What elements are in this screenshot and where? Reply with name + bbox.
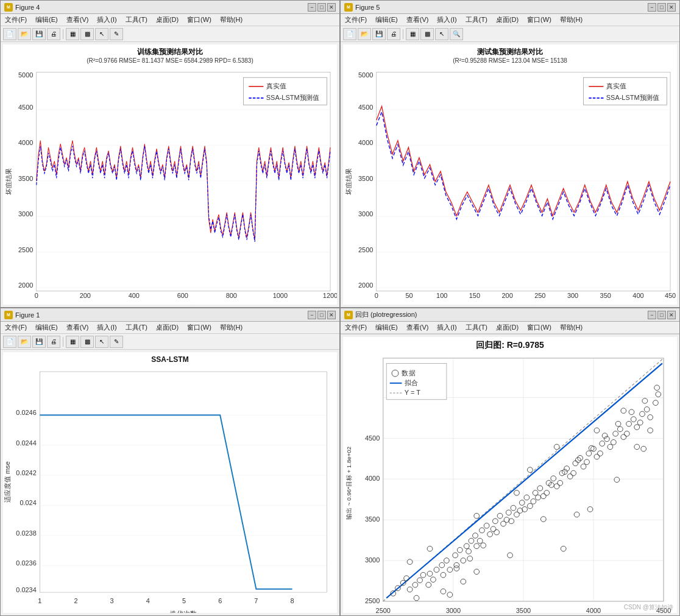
menu-edit-fig4[interactable]: 编辑(E) <box>34 15 60 24</box>
svg-text:迭代次数: 迭代次数 <box>170 609 197 613</box>
figure5-subtitle: (R²=0.95288 RMSE= 123.04 MSE= 15138 <box>343 57 677 65</box>
figure1-titlebar: M Figure 1 − □ ✕ <box>1 308 339 322</box>
menu-view-reg[interactable]: 查看(V) <box>405 323 431 332</box>
svg-text:0.024: 0.024 <box>19 499 36 506</box>
menu-insert-reg[interactable]: 插入(I) <box>435 323 458 332</box>
svg-text:400: 400 <box>129 292 140 299</box>
regression-title: 回归 (plotregression) <box>355 310 417 319</box>
menu-insert-fig4[interactable]: 插入(I) <box>95 15 118 24</box>
toolbar-new-fig4[interactable]: 📄 <box>3 28 16 40</box>
menu-help-fig5[interactable]: 帮助(H) <box>558 15 584 24</box>
menu-view-fig5[interactable]: 查看(V) <box>405 15 431 24</box>
menu-edit-reg[interactable]: 编辑(E) <box>374 323 400 332</box>
svg-text:坏疽结果: 坏疽结果 <box>345 168 352 196</box>
figure4-menubar: 文件(F) 编辑(E) 查看(V) 插入(I) 工具(T) 桌面(D) 窗口(W… <box>1 14 339 26</box>
minimize-btn-fig4[interactable]: − <box>308 3 316 12</box>
menu-help-reg[interactable]: 帮助(H) <box>558 323 584 332</box>
menu-tools-fig5[interactable]: 工具(T) <box>464 15 489 24</box>
svg-text:3: 3 <box>110 597 114 604</box>
figure1-title: Figure 1 <box>15 311 40 319</box>
toolbar-btn3-fig4[interactable]: ↖ <box>95 28 108 40</box>
minimize-btn-fig1[interactable]: − <box>308 311 316 319</box>
figure4-title: Figure 4 <box>15 4 40 11</box>
close-btn-fig4[interactable]: ✕ <box>327 3 336 12</box>
menu-insert-fig1[interactable]: 插入(I) <box>95 323 118 332</box>
regression-plotarea: 回归图: R=0.9785 2500 30 <box>343 337 677 613</box>
figure1-window: M Figure 1 − □ ✕ 文件(F) 编辑(E) 查看(V) 插入(I)… <box>0 308 340 616</box>
menu-view-fig4[interactable]: 查看(V) <box>65 15 91 24</box>
maximize-btn-reg[interactable]: □ <box>657 311 666 319</box>
menu-help-fig1[interactable]: 帮助(H) <box>218 323 244 332</box>
svg-text:4000: 4000 <box>586 607 601 613</box>
toolbar-save-fig5[interactable]: 💾 <box>372 28 386 40</box>
toolbar-btn1-fig4[interactable]: ▦ <box>66 28 79 40</box>
menu-edit-fig1[interactable]: 编辑(E) <box>34 323 60 332</box>
maximize-btn-fig1[interactable]: □ <box>317 311 326 319</box>
svg-text:SSA-LSTM预测值: SSA-LSTM预测值 <box>266 94 319 101</box>
menu-view-fig1[interactable]: 查看(V) <box>65 323 91 332</box>
menu-window-fig1[interactable]: 窗口(W) <box>185 323 213 332</box>
svg-text:2500: 2500 <box>376 607 391 613</box>
toolbar-btn2-fig5[interactable]: ▩ <box>420 28 434 40</box>
svg-text:0: 0 <box>35 292 38 299</box>
menu-tools-reg[interactable]: 工具(T) <box>464 323 489 332</box>
svg-text:3000: 3000 <box>18 210 33 218</box>
svg-text:1: 1 <box>38 597 41 604</box>
svg-text:4500: 4500 <box>365 434 380 441</box>
menu-file-fig5[interactable]: 文件(F) <box>343 15 369 24</box>
figure4-svg: 2000 2500 3000 3500 4000 4500 5000 0 200… <box>3 65 337 305</box>
svg-text:50: 50 <box>405 292 413 299</box>
svg-text:5000: 5000 <box>18 71 33 79</box>
svg-text:3000: 3000 <box>365 556 380 564</box>
toolbar-cursor-fig1[interactable]: ↖ <box>95 336 108 348</box>
toolbar-save-fig1[interactable]: 💾 <box>32 336 46 348</box>
toolbar-print-fig1[interactable]: 🖨 <box>47 336 60 348</box>
svg-text:Y = T: Y = T <box>405 389 420 396</box>
close-btn-fig5[interactable]: ✕ <box>667 3 676 12</box>
maximize-btn-fig5[interactable]: □ <box>657 3 666 12</box>
menu-desktop-fig5[interactable]: 桌面(D) <box>494 15 520 24</box>
menu-window-reg[interactable]: 窗口(W) <box>525 323 553 332</box>
toolbar-btn2-fig4[interactable]: ▩ <box>80 28 94 40</box>
menu-window-fig5[interactable]: 窗口(W) <box>525 15 553 24</box>
toolbar-open-fig1[interactable]: 📂 <box>18 336 31 348</box>
minimize-btn-reg[interactable]: − <box>648 311 656 319</box>
menu-insert-fig5[interactable]: 插入(I) <box>435 15 458 24</box>
menu-edit-fig5[interactable]: 编辑(E) <box>374 15 400 24</box>
toolbar-btn4-fig4[interactable]: ✎ <box>110 28 123 40</box>
toolbar-open-fig4[interactable]: 📂 <box>18 28 31 40</box>
menu-desktop-reg[interactable]: 桌面(D) <box>494 323 520 332</box>
toolbar-btn1-fig5[interactable]: ▦ <box>406 28 419 40</box>
menu-help-fig4[interactable]: 帮助(H) <box>218 15 244 24</box>
menu-tools-fig1[interactable]: 工具(T) <box>124 323 149 332</box>
menu-desktop-fig1[interactable]: 桌面(D) <box>154 323 180 332</box>
menu-file-fig1[interactable]: 文件(F) <box>3 323 29 332</box>
toolbar-pencil-fig1[interactable]: ✎ <box>110 336 123 348</box>
close-btn-reg[interactable]: ✕ <box>667 311 676 319</box>
toolbar-open-fig5[interactable]: 📂 <box>358 28 371 40</box>
toolbar-new-fig1[interactable]: 📄 <box>3 336 16 348</box>
svg-text:SSA-LSTM预测值: SSA-LSTM预测值 <box>606 94 659 101</box>
svg-text:0.0234: 0.0234 <box>16 586 36 593</box>
toolbar-print-fig4[interactable]: 🖨 <box>47 28 60 40</box>
toolbar-btn1-fig1[interactable]: ▦ <box>66 336 79 348</box>
toolbar-cursor-fig5[interactable]: ↖ <box>435 28 448 40</box>
svg-text:真实值: 真实值 <box>266 82 286 90</box>
close-btn-fig1[interactable]: ✕ <box>327 311 336 319</box>
menu-window-fig4[interactable]: 窗口(W) <box>185 15 213 24</box>
menu-tools-fig4[interactable]: 工具(T) <box>124 15 149 24</box>
menu-file-reg[interactable]: 文件(F) <box>343 323 369 332</box>
svg-text:2: 2 <box>74 597 77 604</box>
svg-text:0.0238: 0.0238 <box>16 529 36 537</box>
toolbar-save-fig4[interactable]: 💾 <box>32 28 46 40</box>
toolbar-print-fig5[interactable]: 🖨 <box>387 28 400 40</box>
figure5-title: Figure 5 <box>355 4 380 11</box>
menu-file-fig4[interactable]: 文件(F) <box>3 15 29 24</box>
menu-desktop-fig4[interactable]: 桌面(D) <box>154 15 180 24</box>
minimize-btn-fig5[interactable]: − <box>648 3 656 12</box>
toolbar-zoomin-fig5[interactable]: 🔍 <box>450 28 463 40</box>
figure5-menubar: 文件(F) 编辑(E) 查看(V) 插入(I) 工具(T) 桌面(D) 窗口(W… <box>341 14 679 26</box>
maximize-btn-fig4[interactable]: □ <box>317 3 326 12</box>
toolbar-new-fig5[interactable]: 📄 <box>343 28 356 40</box>
toolbar-btn2-fig1[interactable]: ▩ <box>80 336 94 348</box>
